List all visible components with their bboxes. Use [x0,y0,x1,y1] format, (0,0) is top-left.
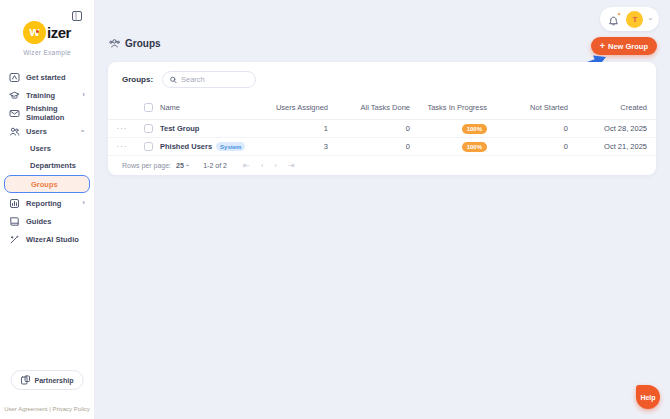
search-input[interactable] [181,75,248,84]
chevron-right-icon: › [82,91,85,99]
chevron-down-icon: › [184,164,191,166]
all-tasks-done-cell: 0 [328,142,410,151]
sidebar-nav: Get started Training › Phishing Simulati… [0,68,94,248]
system-badge: System [216,142,245,151]
chevron-up-icon: › [80,130,88,133]
column-header-users-assigned[interactable]: Users Assigned [252,103,328,112]
created-cell: Oct 21, 2025 [568,142,647,151]
plus-icon: + [600,42,605,51]
table-header: Name Users Assigned All Tasks Done Tasks… [108,96,656,120]
rows-per-page-select[interactable]: 25 › [176,162,188,169]
pagination-bar: Rows per page: 25 › 1-2 of 2 ⇤ ‹ › ⇥ [108,156,656,175]
table-row: ··· Phished Users System 3 0 100% 0 Oct … [108,138,656,156]
sidebar-item-label: Training [26,91,55,100]
select-all-checkbox[interactable] [136,103,160,112]
sidebar-item-label: Phishing Simulation [26,104,85,122]
column-header-all-tasks-done[interactable]: All Tasks Done [328,103,410,112]
tasks-in-progress-cell: 100% [410,142,487,152]
avatar[interactable]: T [626,11,643,28]
pagination-controls: ⇤ ‹ › ⇥ [243,161,295,170]
user-menu: T › [600,7,659,31]
workspace-name: Wizer Example [0,49,94,56]
users-assigned-cell: 1 [252,124,328,133]
search-box[interactable] [162,71,256,88]
not-started-cell: 0 [487,142,568,151]
table-row: ··· Test Group 1 0 100% 0 Oct 28, 2025 [108,120,656,138]
users-assigned-cell: 3 [252,142,328,151]
filter-label: Groups: [122,75,153,84]
sidebar-item-phishing-simulation[interactable]: Phishing Simulation [0,104,94,122]
filter-row: Groups: [108,62,656,96]
phishing-icon [9,108,20,119]
new-group-label: New Group [608,42,648,51]
search-icon [170,76,177,84]
sidebar-item-label: Get started [26,73,66,82]
row-menu-icon[interactable]: ··· [108,124,136,133]
pagination-range: 1-2 of 2 [203,162,227,169]
first-page-icon[interactable]: ⇤ [243,161,250,170]
sidebar-item-label: Users [26,127,47,136]
help-label: Help [640,394,655,401]
sidebar-subitem-departments[interactable]: Departments [0,157,94,174]
sidebar-subitem-groups[interactable]: Groups [4,175,90,193]
group-name-cell[interactable]: Test Group [160,124,252,133]
book-icon [9,216,20,227]
row-checkbox[interactable] [136,142,160,151]
legal-divider: | [49,406,51,412]
rocket-icon [9,72,20,83]
sidebar-item-training[interactable]: Training › [0,86,94,104]
not-started-cell: 0 [487,124,568,133]
column-header-name[interactable]: Name [160,103,252,112]
groups-icon [109,38,120,49]
tasks-in-progress-cell: 100% [410,124,487,134]
partnership-button[interactable]: Partnership [11,370,84,390]
sidebar-item-label: WizerAI Studio [26,235,79,244]
rows-per-page-label: Rows per page: [122,162,171,169]
previous-page-icon[interactable]: ‹ [261,161,264,170]
column-header-not-started[interactable]: Not Started [487,103,568,112]
user-agreement-link[interactable]: User Agreement [4,406,47,412]
last-page-icon[interactable]: ⇥ [288,161,295,170]
row-menu-icon[interactable]: ··· [108,142,136,151]
sidebar-item-guides[interactable]: Guides [0,212,94,230]
sidebar-item-wizerai-studio[interactable]: WizerAI Studio [0,230,94,248]
column-header-tasks-in-progress[interactable]: Tasks In Progress [410,103,487,112]
privacy-policy-link[interactable]: Privacy Policy [52,406,89,412]
handshake-icon [21,375,31,385]
avatar-initial: T [632,15,637,24]
created-cell: Oct 28, 2025 [568,124,647,133]
users-icon [9,126,20,137]
sidebar-item-label: Guides [26,217,51,226]
column-header-created[interactable]: Created [568,103,647,112]
sidebar-item-label: Reporting [26,199,61,208]
magic-wand-icon [9,234,20,245]
sidebar-subitem-label: Departments [30,161,76,170]
next-page-icon[interactable]: › [274,161,277,170]
sidebar-item-reporting[interactable]: Reporting › [0,194,94,212]
sidebar-subitem-label: Groups [31,180,58,189]
help-button[interactable]: Help [636,385,660,409]
logo-text: izer [47,24,71,41]
sidebar-collapse-icon[interactable] [72,7,82,17]
sidebar: w izer Wizer Example Get started Trainin… [0,0,95,419]
group-name-cell[interactable]: Phished Users System [160,142,252,151]
sidebar-item-users[interactable]: Users › [0,122,94,140]
page-title-label: Groups [125,38,161,49]
report-icon [9,198,20,209]
graduation-cap-icon [9,90,20,101]
wizer-logo-icon: w [23,21,46,44]
sidebar-subitem-users[interactable]: Users [0,140,94,157]
notifications-bell-icon[interactable] [608,13,620,25]
row-checkbox[interactable] [136,124,160,133]
wizer-logo[interactable]: w izer [0,21,94,44]
chevron-down-icon[interactable]: › [647,18,655,21]
all-tasks-done-cell: 0 [328,124,410,133]
sidebar-subitem-label: Users [30,144,51,153]
sidebar-item-get-started[interactable]: Get started [0,68,94,86]
chevron-right-icon: › [82,199,85,207]
partnership-label: Partnership [35,377,74,384]
main-content: Groups T › + New Group Groups: Na [95,0,670,419]
new-group-button[interactable]: + New Group [591,37,657,55]
progress-badge: 100% [462,142,487,152]
groups-panel: Groups: Name Users Assigned All Tasks Do… [108,62,656,175]
